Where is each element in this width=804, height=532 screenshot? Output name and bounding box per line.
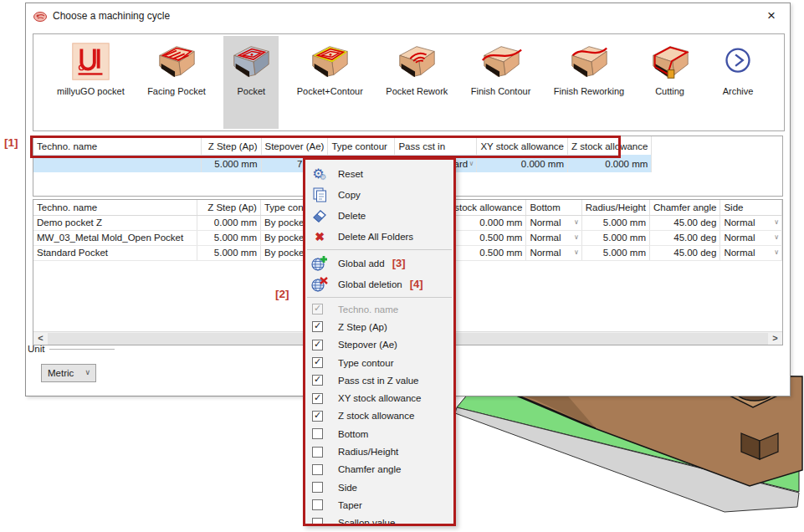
- cycle-finish-contour[interactable]: Finish Contour: [466, 36, 536, 129]
- checkbox-icon[interactable]: [312, 482, 323, 493]
- cell[interactable]: Demo pocket Z: [33, 215, 197, 230]
- column-toggle-label: Techno. name: [338, 304, 398, 315]
- cycle-archive[interactable]: Archive: [710, 36, 766, 129]
- column-toggle-label: Stepover (Ae): [338, 340, 397, 350]
- column-toggle-label: Side: [338, 483, 357, 493]
- cell[interactable]: 0.000 mm: [477, 155, 568, 172]
- column-toggle-stepover-ae[interactable]: Stepover (Ae): [305, 336, 453, 354]
- column-toggle-xy-stock-allowance[interactable]: XY stock allowance: [305, 389, 453, 407]
- cycle-label: Archive: [723, 86, 754, 97]
- cell[interactable]: 0.000 mm: [197, 215, 261, 230]
- column-toggle-type-contour[interactable]: Type contour: [305, 354, 453, 371]
- cell[interactable]: 5.000 mm: [197, 245, 261, 260]
- cycle-pocket-rework[interactable]: Pocket Rework: [381, 36, 453, 129]
- cell[interactable]: Normal∨: [720, 245, 782, 260]
- column-header-techno-name[interactable]: Techno. name: [33, 200, 197, 215]
- menu-item-global-deletion[interactable]: Global deletion[4]: [305, 274, 453, 294]
- cell[interactable]: Normal∨: [526, 245, 581, 260]
- column-toggle-z-stock-allowance[interactable]: Z stock allowance: [305, 407, 453, 425]
- column-header-radius-height[interactable]: Radius/Height: [581, 200, 649, 215]
- cell[interactable]: Normal∨: [720, 215, 782, 230]
- checkbox-icon: [312, 304, 323, 315]
- column-header-techno-name[interactable]: Techno. name: [33, 136, 201, 155]
- menu-item-global-add[interactable]: Global add[3]: [305, 253, 453, 274]
- menu-item-delete[interactable]: Delete: [305, 205, 453, 226]
- menu-item-reset[interactable]: ⚙⚙Reset: [305, 163, 453, 184]
- column-toggle-bottom[interactable]: Bottom: [305, 425, 453, 442]
- cycle-cutting[interactable]: Cutting: [643, 36, 698, 129]
- chevron-down-icon: ∨: [84, 364, 90, 381]
- menu-item-copy[interactable]: Copy: [305, 184, 453, 205]
- column-header-bottom[interactable]: Bottom: [526, 200, 581, 215]
- column-toggle-label: Scallop value: [338, 518, 395, 526]
- checkbox-icon[interactable]: [312, 321, 323, 332]
- checkbox-icon[interactable]: [312, 428, 323, 439]
- column-toggle-chamfer-angle[interactable]: Chamfer angle: [305, 461, 453, 478]
- annotation-label-2: [2]: [275, 288, 289, 300]
- cycle-millyugo-pocket[interactable]: millyuGO pocket: [52, 36, 130, 129]
- chevron-down-icon: ∨: [574, 218, 579, 226]
- cycle-facing-pocket[interactable]: Facing Pocket: [142, 36, 211, 129]
- column-toggle-label: Type contour: [338, 358, 393, 368]
- column-header-z-step-ap[interactable]: Z Step (Ap): [197, 200, 261, 215]
- scroll-right-icon[interactable]: >: [768, 332, 782, 345]
- cycle-finish-reworking[interactable]: Finish Reworking: [549, 36, 629, 129]
- unit-select[interactable]: Metric ∨: [41, 364, 96, 382]
- cell[interactable]: [33, 155, 201, 172]
- checkbox-icon[interactable]: [312, 499, 323, 510]
- annotation-label: [3]: [392, 257, 406, 269]
- cell[interactable]: 45.00 deg: [649, 215, 720, 230]
- column-toggle-label: Radius/Height: [338, 447, 398, 457]
- cell[interactable]: 45.00 deg: [649, 230, 720, 245]
- checkbox-icon[interactable]: [312, 393, 323, 404]
- column-header-type-contour[interactable]: Type contour: [328, 136, 395, 155]
- cell[interactable]: Normal∨: [720, 230, 782, 245]
- column-toggle-side[interactable]: Side: [305, 478, 453, 496]
- cell[interactable]: 5.000 mm: [581, 230, 649, 245]
- cell[interactable]: 0.000 mm: [567, 155, 651, 172]
- cycle-pocket[interactable]: Pocket: [223, 36, 279, 129]
- cell[interactable]: MW_03_Metal Mold_Open Pocket: [33, 230, 197, 245]
- column-header-z-step-ap[interactable]: Z Step (Ap): [201, 136, 261, 155]
- column-header-xy-stock-allowance[interactable]: XY stock allowance: [477, 136, 568, 155]
- chevron-down-icon: ∨: [574, 233, 579, 241]
- cell[interactable]: 5.000 mm: [201, 155, 261, 172]
- cell[interactable]: 5.000 mm: [197, 230, 261, 245]
- close-icon[interactable]: ×: [761, 7, 781, 25]
- column-toggle-scallop-value[interactable]: Scallop value: [305, 514, 453, 526]
- column-toggle-label: Chamfer angle: [338, 464, 401, 474]
- cell[interactable]: Normal∨: [526, 215, 581, 230]
- cycle-label: Pocket Rework: [386, 86, 448, 97]
- checkbox-icon[interactable]: [312, 357, 323, 368]
- column-header-stepover-ae[interactable]: Stepover (Ae): [261, 136, 328, 155]
- menu-item-delete-all-folders[interactable]: ✖Delete All Folders: [305, 226, 453, 247]
- column-toggle-pass-cst-in-z-value[interactable]: Pass cst in Z value: [305, 371, 453, 389]
- column-toggle-label: XY stock allowance: [338, 393, 422, 403]
- archive-icon: [715, 41, 760, 84]
- checkbox-icon[interactable]: [312, 447, 323, 458]
- cell[interactable]: 45.00 deg: [649, 245, 720, 260]
- cell[interactable]: 5.000 mm: [581, 215, 649, 230]
- column-header-chamfer-angle[interactable]: Chamfer angle: [649, 200, 720, 215]
- cell[interactable]: 5.000 mm: [581, 245, 649, 260]
- checkbox-icon[interactable]: [312, 411, 323, 422]
- column-toggle-taper[interactable]: Taper: [305, 496, 453, 514]
- groupbox-rule: [49, 349, 115, 350]
- column-toggle-label: Z Step (Ap): [338, 322, 387, 332]
- cell-value: Normal: [530, 233, 561, 243]
- column-toggle-radius-height[interactable]: Radius/Height: [305, 442, 453, 460]
- column-header-z-stock-allowance[interactable]: Z stock allowance: [567, 136, 651, 155]
- checkbox-icon[interactable]: [312, 464, 323, 475]
- cell[interactable]: Standard Pocket: [33, 245, 197, 260]
- column-header-pass-cst-in[interactable]: Pass cst in: [395, 136, 477, 155]
- checkbox-icon[interactable]: [312, 518, 323, 526]
- cell-value: Normal: [530, 217, 561, 228]
- column-toggle-z-step-ap[interactable]: Z Step (Ap): [305, 318, 453, 335]
- cycle-pocket-contour[interactable]: Pocket+Contour: [292, 36, 368, 129]
- cell[interactable]: Normal∨: [526, 230, 581, 245]
- pocket-rework-icon: [394, 41, 439, 84]
- checkbox-icon[interactable]: [312, 340, 323, 350]
- column-toggle-label: Z stock allowance: [338, 411, 414, 421]
- checkbox-icon[interactable]: [312, 375, 323, 386]
- column-header-side[interactable]: Side: [720, 200, 782, 215]
